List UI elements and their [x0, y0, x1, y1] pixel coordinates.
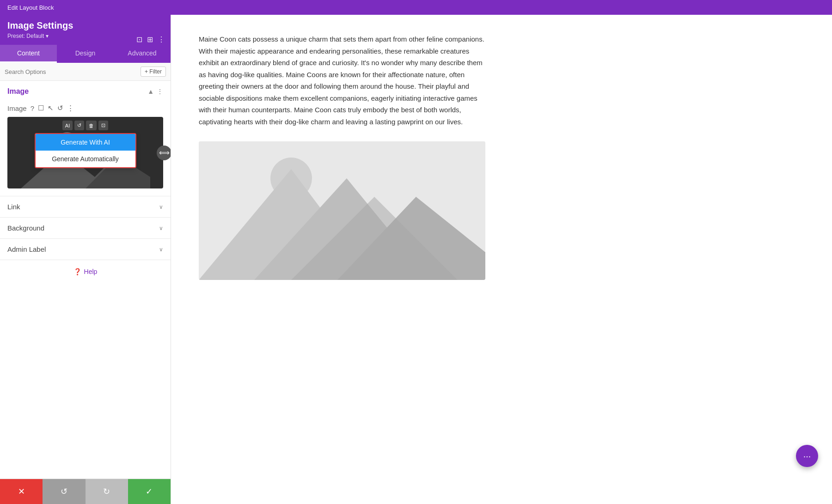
sidebar: Image Settings Preset: Default ▾ ⊡ ⊞ ⋮ C…: [0, 15, 171, 504]
redo-button[interactable]: ↻: [86, 479, 128, 504]
expand-icon[interactable]: ⊞: [147, 35, 153, 44]
generate-automatically-button[interactable]: Generate Automatically: [36, 151, 135, 167]
image-reset-icon[interactable]: ↺: [57, 104, 63, 112]
ai-toolbar-btn-4[interactable]: ⊡: [98, 121, 108, 130]
sidebar-header-actions: ⊡ ⊞ ⋮: [136, 35, 165, 44]
main-image-placeholder: [199, 141, 485, 280]
main-image-svg: [199, 141, 485, 280]
ai-toolbar-btn-2[interactable]: ↺: [74, 121, 84, 130]
help-icon: ❓: [73, 268, 81, 275]
section-background-chevron[interactable]: ∨: [159, 225, 163, 231]
image-more-icon[interactable]: ⋮: [67, 104, 74, 112]
ai-toolbar-btn-1[interactable]: AI: [62, 121, 73, 130]
image-toolbar: Image ? ☐ ↖ ↺ ⋮: [7, 104, 163, 112]
filter-button[interactable]: + Filter: [141, 67, 166, 77]
section-background-title: Background: [7, 224, 44, 232]
section-link-chevron[interactable]: ∨: [159, 204, 163, 210]
sidebar-title: Image Settings: [7, 20, 163, 31]
ai-toolbar: AI ↺ 🗑 ⊡: [62, 121, 108, 130]
search-input[interactable]: [5, 68, 141, 75]
section-image-actions: ▲ ⋮: [147, 88, 163, 95]
top-bar-title: Edit Layout Block: [7, 4, 54, 11]
image-help-icon[interactable]: ?: [31, 104, 34, 112]
cancel-button[interactable]: ✕: [0, 479, 43, 504]
help-link[interactable]: ❓ Help: [73, 268, 98, 275]
main-layout: Image Settings Preset: Default ▾ ⊡ ⊞ ⋮ C…: [0, 15, 832, 504]
section-image-header[interactable]: Image ▲ ⋮: [0, 81, 171, 102]
tab-content[interactable]: Content: [0, 45, 57, 63]
section-background: Background ∨: [0, 218, 171, 239]
top-bar: Edit Layout Block: [0, 0, 832, 15]
fab-button[interactable]: ···: [796, 445, 818, 467]
image-placeholder-container: AI ↺ 🗑 ⊡ Generate With AI Generate Autom…: [7, 117, 163, 188]
section-background-header[interactable]: Background ∨: [0, 218, 171, 238]
generate-with-ai-button[interactable]: Generate With AI: [36, 134, 135, 151]
section-admin-label-header[interactable]: Admin Label ∨: [0, 239, 171, 260]
ai-dropdown: AI ↺ 🗑 ⊡ Generate With AI Generate Autom…: [7, 121, 163, 168]
help-section: ❓ Help: [0, 260, 171, 283]
ai-dropdown-popup: Generate With AI Generate Automatically: [35, 133, 136, 168]
collapse-icon[interactable]: ⊡: [136, 35, 142, 44]
sidebar-header: Image Settings Preset: Default ▾ ⊡ ⊞ ⋮: [0, 15, 171, 45]
save-button[interactable]: ✓: [128, 479, 171, 504]
section-image-more-icon[interactable]: ⋮: [157, 88, 163, 95]
section-admin-label: Admin Label ∨: [0, 239, 171, 260]
section-link-title: Link: [7, 203, 20, 211]
section-link-header[interactable]: Link ∨: [0, 196, 171, 217]
section-image-collapse-icon[interactable]: ▲: [147, 88, 154, 95]
section-admin-label-chevron[interactable]: ∨: [159, 246, 163, 253]
tabs: Content Design Advanced: [0, 45, 171, 63]
undo-button[interactable]: ↺: [43, 479, 85, 504]
section-admin-label-title: Admin Label: [7, 245, 46, 253]
more-options-icon[interactable]: ⋮: [158, 35, 165, 44]
sidebar-content: Image ▲ ⋮ Image ? ☐ ↖ ↺ ⋮: [0, 81, 171, 479]
tab-design[interactable]: Design: [57, 45, 114, 63]
content-area: Maine Coon cats possess a unique charm t…: [171, 15, 832, 504]
section-link: Link ∨: [0, 196, 171, 218]
redo-icon: ↻: [103, 486, 110, 497]
undo-icon: ↺: [61, 486, 67, 497]
tab-advanced[interactable]: Advanced: [114, 45, 171, 63]
section-image: Image ▲ ⋮ Image ? ☐ ↖ ↺ ⋮: [0, 81, 171, 196]
search-bar: + Filter: [0, 63, 171, 81]
image-mobile-icon[interactable]: ☐: [38, 104, 44, 112]
image-label: Image: [7, 104, 27, 112]
image-cursor-icon[interactable]: ↖: [48, 104, 54, 112]
section-image-title: Image: [7, 87, 29, 96]
article-text: Maine Coon cats possess a unique charm t…: [199, 33, 485, 128]
save-icon: ✓: [146, 486, 153, 497]
cancel-icon: ✕: [18, 486, 25, 497]
fab-icon: ···: [803, 451, 811, 461]
ai-toolbar-btn-3[interactable]: 🗑: [86, 121, 97, 130]
image-section-content: Image ? ☐ ↖ ↺ ⋮: [0, 102, 171, 196]
bottom-toolbar: ✕ ↺ ↻ ✓: [0, 479, 171, 504]
image-placeholder-inner: AI ↺ 🗑 ⊡ Generate With AI Generate Autom…: [7, 117, 163, 188]
